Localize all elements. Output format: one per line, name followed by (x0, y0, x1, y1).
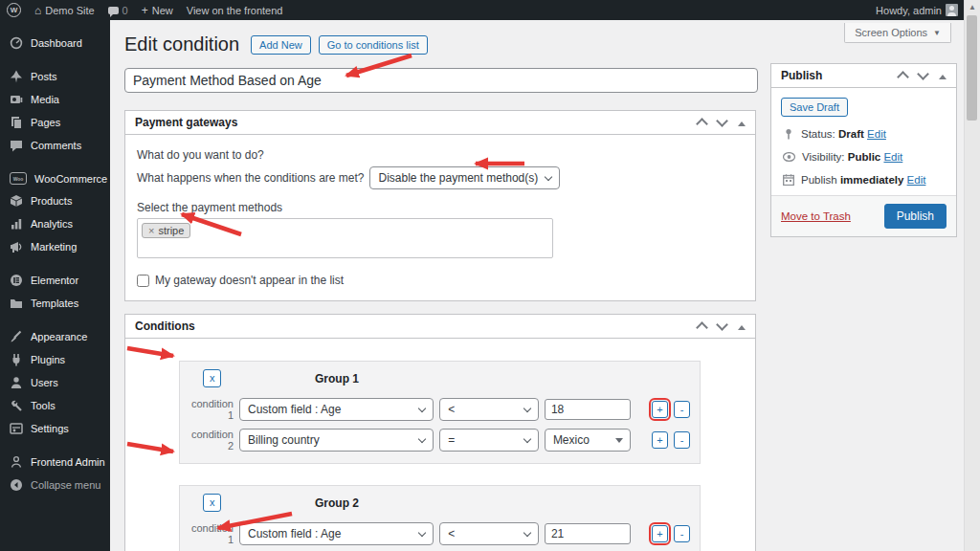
chevron-down-icon (523, 405, 531, 412)
sidebar-label: Settings (31, 423, 69, 434)
sidebar-item-frontend-admin[interactable]: Frontend Admin (0, 451, 110, 474)
sidebar-item-settings[interactable]: Settings (0, 417, 110, 440)
sidebar-item-products[interactable]: Products (0, 189, 110, 212)
comments-menu[interactable]: 0 (101, 0, 135, 20)
remove-condition-button[interactable]: - (674, 401, 690, 418)
dropdown-arrow-icon (615, 438, 623, 447)
metabox-title: Conditions (135, 320, 698, 333)
field-select[interactable]: Custom field : Age (239, 398, 434, 421)
question-2: What happens when the conditions are met… (137, 168, 364, 187)
move-up-icon[interactable] (696, 322, 708, 335)
move-down-icon[interactable] (716, 320, 728, 332)
publish-button[interactable]: Publish (884, 204, 947, 229)
action-select-value: Disable the payment method(s) (378, 171, 538, 185)
move-to-trash-link[interactable]: Move to Trash (781, 210, 851, 222)
country-select[interactable]: Mexico (545, 429, 631, 452)
edit-schedule-link[interactable]: Edit (907, 174, 926, 186)
move-down-icon[interactable] (716, 115, 728, 127)
select-methods-label: Select the payment methods (137, 201, 744, 214)
sidebar-label: Comments (31, 140, 81, 151)
method-tag-stripe: × stripe (142, 223, 190, 238)
status-label: Status: (801, 128, 835, 140)
payment-gateways-metabox: Payment gateways What do you want to do?… (124, 110, 756, 301)
sidebar-item-dashboard[interactable]: Dashboard (0, 32, 110, 55)
sidebar-label: Posts (31, 71, 57, 82)
toggle-panel-icon[interactable] (939, 71, 947, 79)
publish-metabox: Publish Save Draft Status: Draft Edit (770, 63, 957, 237)
metabox-header[interactable]: Publish (771, 64, 956, 88)
sidebar-label: Collapse menu (31, 479, 100, 491)
page-scrollbar[interactable]: ▲ (964, 0, 980, 551)
move-down-icon[interactable] (917, 68, 929, 80)
wordpress-menu[interactable]: W (0, 0, 28, 20)
field-select[interactable]: Custom field : Age (239, 522, 434, 545)
toggle-panel-icon[interactable] (738, 118, 746, 126)
toggle-panel-icon[interactable] (738, 321, 746, 330)
chevron-down-icon (523, 435, 531, 443)
sidebar-label: Plugins (31, 354, 65, 365)
sidebar-item-comments[interactable]: Comments (0, 134, 110, 157)
publish-time-value: immediately (840, 174, 903, 186)
metabox-header[interactable]: Conditions (125, 315, 755, 339)
sidebar-item-elementor[interactable]: Elementor (0, 269, 110, 292)
home-icon: ⌂ (34, 5, 41, 16)
sidebar-item-marketing[interactable]: Marketing (0, 235, 110, 258)
scroll-up-arrow-icon[interactable]: ▲ (965, 0, 980, 13)
sidebar-label: WooCommerce (34, 173, 107, 185)
condition-value-input[interactable] (545, 399, 631, 420)
add-condition-button[interactable]: + (652, 401, 668, 418)
field-select-value: Custom field : Age (248, 527, 341, 540)
plus-icon: + (142, 5, 148, 16)
condition-value-input[interactable] (545, 523, 631, 544)
move-up-icon[interactable] (696, 118, 708, 130)
remove-tag-icon[interactable]: × (148, 225, 154, 236)
operator-select[interactable]: < (439, 522, 539, 545)
gateway-not-listed-checkbox[interactable] (137, 275, 149, 287)
sidebar-item-plugins[interactable]: Plugins (0, 348, 110, 371)
new-content-menu[interactable]: + New (135, 0, 180, 20)
operator-select[interactable]: = (439, 429, 539, 452)
chevron-down-icon (418, 529, 426, 537)
remove-group-button[interactable]: x (203, 369, 221, 387)
sidebar-label: Dashboard (31, 37, 82, 49)
scrollbar-thumb[interactable] (967, 15, 977, 121)
visibility-label: Visibility: (802, 151, 845, 163)
field-select[interactable]: Billing country (239, 429, 434, 452)
sidebar-item-tools[interactable]: Tools (0, 394, 110, 417)
save-draft-button[interactable]: Save Draft (781, 98, 848, 117)
remove-group-button[interactable]: x (203, 494, 221, 512)
sidebar-label: Media (31, 94, 59, 105)
sidebar-item-users[interactable]: Users (0, 371, 110, 394)
sidebar-collapse-menu[interactable]: Collapse menu (0, 474, 110, 496)
view-frontend-link[interactable]: View on the frontend (180, 0, 290, 20)
products-icon (10, 194, 23, 208)
edit-visibility-link[interactable]: Edit (883, 151, 902, 163)
sidebar-item-media[interactable]: Media (0, 88, 110, 111)
status-value: Draft (838, 128, 864, 140)
add-condition-button[interactable]: + (652, 431, 668, 449)
site-name-menu[interactable]: ⌂ Demo Site (28, 0, 101, 20)
add-condition-button[interactable]: + (652, 525, 668, 542)
publish-time-label: Publish (801, 174, 837, 186)
sidebar-item-appearance[interactable]: Appearance (0, 325, 110, 348)
sidebar-item-analytics[interactable]: Analytics (0, 212, 110, 235)
sidebar-item-templates[interactable]: Templates (0, 292, 110, 315)
condition-title-input[interactable] (124, 68, 758, 93)
remove-condition-button[interactable]: - (674, 431, 690, 449)
sidebar-item-woocommerce[interactable]: Woo WooCommerce (0, 167, 110, 189)
add-new-button[interactable]: Add New (251, 35, 311, 55)
operator-select[interactable]: < (439, 398, 539, 421)
sidebar-item-pages[interactable]: Pages (0, 111, 110, 134)
move-up-icon[interactable] (897, 71, 909, 83)
metabox-header[interactable]: Payment gateways (125, 111, 755, 135)
account-menu[interactable]: Howdy, admin (869, 0, 965, 20)
edit-status-link[interactable]: Edit (867, 128, 886, 140)
metabox-title: Publish (781, 69, 899, 82)
screen-options-tab[interactable]: Screen Options ▼ (844, 23, 951, 43)
sidebar-item-posts[interactable]: Posts (0, 65, 110, 88)
remove-condition-button[interactable]: - (674, 525, 690, 542)
go-to-conditions-list-button[interactable]: Go to conditions list (319, 35, 428, 55)
payment-methods-multiselect[interactable]: × stripe (137, 218, 553, 258)
wordpress-logo-icon: W (7, 3, 21, 17)
action-select[interactable]: Disable the payment method(s) (369, 166, 560, 189)
